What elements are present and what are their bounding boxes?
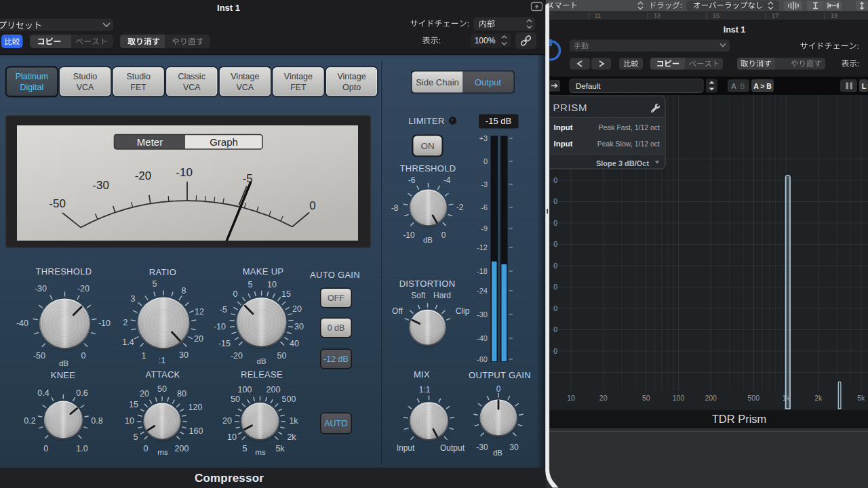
svg-text:0: 0 <box>233 289 238 299</box>
svg-text:-30: -30 <box>476 443 488 452</box>
svg-text::1: :1 <box>159 356 165 365</box>
svg-text:Platinum: Platinum <box>16 72 49 81</box>
svg-text:0: 0 <box>553 347 557 355</box>
svg-text:15: 15 <box>129 400 138 409</box>
svg-text:10: 10 <box>227 432 237 442</box>
svg-text:Default: Default <box>576 82 601 90</box>
svg-text:1k: 1k <box>289 416 298 426</box>
svg-text:Slope 3 dB/Oct: Slope 3 dB/Oct <box>596 159 650 167</box>
svg-text:THRESHOLD: THRESHOLD <box>400 163 456 174</box>
svg-text:VCA: VCA <box>183 83 201 92</box>
svg-text:5: 5 <box>248 280 253 289</box>
svg-text:Output: Output <box>475 77 501 87</box>
svg-text:40: 40 <box>290 339 299 348</box>
svg-text:ms: ms <box>157 448 168 456</box>
svg-text:30: 30 <box>509 443 519 452</box>
svg-text:160: 160 <box>189 426 203 436</box>
svg-text:1:1: 1:1 <box>419 385 431 394</box>
svg-text:-5: -5 <box>220 305 227 314</box>
svg-text:0: 0 <box>441 230 446 240</box>
svg-text:VCA: VCA <box>77 83 94 92</box>
svg-text:-3: -3 <box>481 180 488 188</box>
svg-text:DISTORTION: DISTORTION <box>399 279 456 289</box>
svg-text:20: 20 <box>140 389 149 399</box>
svg-text:ms: ms <box>255 448 266 456</box>
svg-text:500: 500 <box>748 394 760 402</box>
svg-text:80: 80 <box>177 389 186 399</box>
svg-text:0: 0 <box>309 199 315 212</box>
svg-text:-4: -4 <box>443 176 451 185</box>
svg-text:0.2: 0.2 <box>24 416 35 426</box>
svg-text:10: 10 <box>125 416 134 426</box>
svg-text:Compressor: Compressor <box>195 472 264 485</box>
svg-text:-30: -30 <box>35 284 47 293</box>
svg-text:-12: -12 <box>477 243 488 251</box>
svg-text:-18: -18 <box>477 267 488 275</box>
svg-text:13: 13 <box>654 12 660 19</box>
svg-text:0: 0 <box>553 262 557 270</box>
svg-text:0: 0 <box>484 157 488 165</box>
svg-text:-30: -30 <box>92 179 109 192</box>
svg-text:50: 50 <box>277 351 287 361</box>
svg-text:-6: -6 <box>408 176 416 185</box>
svg-text:-20: -20 <box>231 351 243 361</box>
svg-text:2: 2 <box>123 318 128 327</box>
svg-text:AUTO: AUTO <box>324 419 348 428</box>
svg-text:2k: 2k <box>287 432 296 442</box>
svg-text:Input: Input <box>397 443 415 453</box>
svg-text:Output: Output <box>440 443 465 453</box>
svg-text:Opto: Opto <box>342 83 361 92</box>
svg-text:Clip: Clip <box>456 306 470 316</box>
svg-text:1.0: 1.0 <box>76 444 87 453</box>
svg-text:MIX: MIX <box>414 369 430 380</box>
svg-text:PRISM: PRISM <box>553 102 588 113</box>
svg-text:0: 0 <box>553 197 557 205</box>
svg-text:-50: -50 <box>49 197 66 210</box>
svg-text:-6: -6 <box>481 203 488 211</box>
svg-text:1: 1 <box>142 351 146 361</box>
svg-text:-20: -20 <box>135 169 152 182</box>
svg-text:Input: Input <box>554 140 573 148</box>
svg-text:10: 10 <box>567 394 575 402</box>
svg-text:-30: -30 <box>477 310 488 319</box>
svg-text:500: 500 <box>282 394 296 404</box>
svg-text:-40: -40 <box>16 319 28 328</box>
svg-text:0.4: 0.4 <box>37 388 49 398</box>
svg-text:LIMITER: LIMITER <box>408 116 444 126</box>
svg-text:Classic: Classic <box>178 72 205 81</box>
svg-text:Digital: Digital <box>20 83 44 92</box>
svg-text:dB: dB <box>59 359 68 367</box>
svg-text:KNEE: KNEE <box>51 370 76 380</box>
svg-text:0: 0 <box>553 325 557 333</box>
svg-text:dB: dB <box>423 236 433 244</box>
svg-text:0: 0 <box>553 219 557 227</box>
svg-text:-12 dB: -12 dB <box>323 354 349 364</box>
svg-text:5k: 5k <box>275 444 285 453</box>
svg-text:15: 15 <box>281 289 291 299</box>
svg-text:dB: dB <box>257 357 267 365</box>
svg-text:100%: 100% <box>475 36 496 45</box>
svg-text:0: 0 <box>553 304 557 312</box>
svg-text:Peak Slow, 1/12 oct: Peak Slow, 1/12 oct <box>597 140 660 148</box>
svg-text:Vintage: Vintage <box>337 72 366 81</box>
svg-text:19: 19 <box>831 12 837 19</box>
svg-text:5k: 5k <box>857 394 865 402</box>
svg-text:0 dB: 0 dB <box>328 323 345 333</box>
svg-text:-24: -24 <box>477 287 488 295</box>
svg-text:Hard: Hard <box>433 291 451 300</box>
svg-text:20: 20 <box>194 334 203 344</box>
svg-text:L: L <box>862 82 867 90</box>
svg-text:-10: -10 <box>176 166 193 179</box>
svg-text:-9: -9 <box>481 224 488 232</box>
svg-text:50: 50 <box>231 394 240 404</box>
svg-text:FET: FET <box>290 83 307 92</box>
svg-text:0: 0 <box>144 444 149 453</box>
svg-text:0: 0 <box>553 176 557 184</box>
svg-text:5: 5 <box>153 279 157 289</box>
svg-text:-10: -10 <box>214 322 226 331</box>
svg-text:-10: -10 <box>403 230 415 240</box>
svg-text:Inst 1: Inst 1 <box>217 3 240 13</box>
svg-text:0: 0 <box>553 283 557 291</box>
svg-text:A > B: A > B <box>753 82 772 90</box>
svg-text:30: 30 <box>294 322 304 331</box>
